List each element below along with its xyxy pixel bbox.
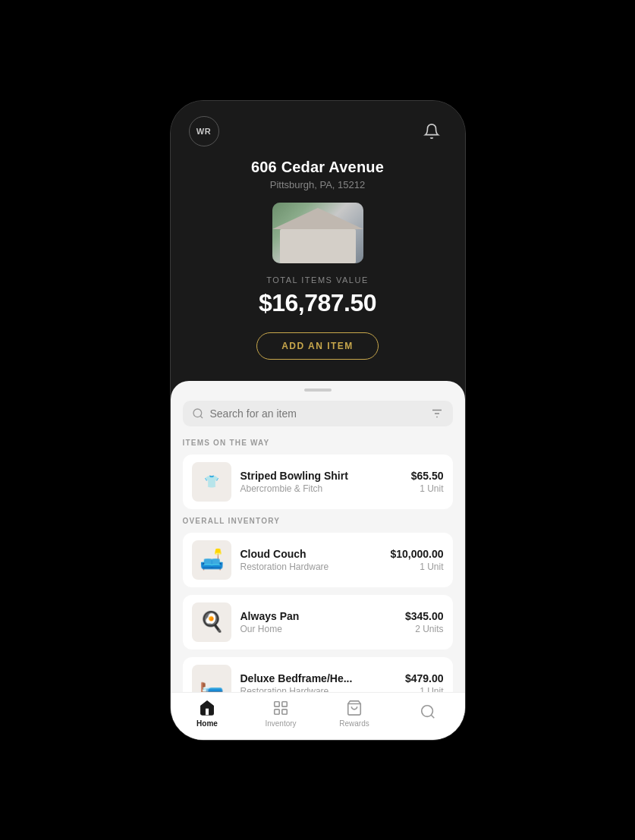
item-units: 1 Unit	[390, 562, 443, 572]
total-value: $16,787.50	[259, 289, 376, 317]
item-name: Always Pan	[240, 610, 396, 622]
item-price-info: $65.50 1 Unit	[411, 470, 444, 494]
address-title: 606 Cedar Avenue	[251, 159, 384, 176]
svg-rect-8	[282, 709, 287, 713]
item-price: $10,000.00	[390, 548, 443, 560]
svg-line-1	[200, 416, 203, 418]
address-subtitle: Pittsburgh, PA, 15212	[270, 179, 366, 190]
item-units: 2 Units	[405, 624, 444, 634]
list-item[interactable]: 🍳 Always Pan Our Home $345.00 2 Units	[183, 595, 453, 650]
search-tab-icon	[419, 703, 437, 721]
svg-rect-7	[275, 709, 279, 713]
add-item-button[interactable]: ADD AN ITEM	[256, 332, 379, 360]
bottom-section: ITEMS ON THE WAY 👕 Striped Bowling Shirt…	[171, 381, 465, 740]
tab-inventory-label: Inventory	[265, 719, 296, 728]
avatar[interactable]: WR	[189, 116, 219, 146]
bed-emoji: 🛏️	[200, 672, 224, 692]
tab-rewards[interactable]: Rewards	[332, 699, 377, 728]
search-input[interactable]	[210, 407, 424, 420]
item-price-info: $479.00 1 Unit	[405, 672, 444, 692]
item-price: $65.50	[411, 470, 444, 482]
tab-rewards-label: Rewards	[339, 719, 369, 728]
item-info: Always Pan Our Home	[240, 610, 396, 634]
item-name: Deluxe Bedframe/He...	[240, 672, 396, 684]
svg-line-11	[431, 715, 434, 718]
pan-emoji: 🍳	[200, 610, 224, 634]
item-units: 1 Unit	[411, 483, 444, 494]
house-image	[272, 203, 363, 263]
item-price-info: $345.00 2 Units	[405, 610, 444, 634]
item-name: Striped Bowling Shirt	[240, 470, 402, 482]
item-price: $345.00	[405, 610, 444, 622]
item-brand: Our Home	[240, 624, 396, 634]
svg-rect-5	[275, 701, 279, 706]
item-name: Cloud Couch	[240, 548, 382, 560]
item-info: Deluxe Bedframe/He... Restoration Hardwa…	[240, 672, 396, 692]
bell-icon	[423, 123, 440, 140]
search-icon	[192, 407, 204, 420]
item-brand: Abercrombie & Fitch	[240, 483, 402, 494]
item-thumbnail: 👕	[192, 462, 231, 502]
tab-search[interactable]	[405, 703, 451, 723]
item-thumbnail: 🛏️	[192, 665, 231, 692]
section-label-on-the-way: ITEMS ON THE WAY	[183, 439, 453, 447]
item-price-info: $10,000.00 1 Unit	[390, 548, 443, 572]
item-thumbnail: 🛋️	[192, 540, 231, 580]
drag-handle	[304, 389, 332, 392]
tab-home[interactable]: Home	[184, 699, 230, 728]
item-brand: Restoration Hardware	[240, 686, 396, 692]
rewards-icon	[345, 699, 363, 717]
inventory-icon	[272, 699, 290, 717]
shirt-emoji: 👕	[204, 474, 219, 489]
svg-point-10	[422, 706, 433, 717]
house-thumbnail	[272, 203, 363, 263]
svg-rect-6	[282, 701, 287, 706]
item-thumbnail: 🍳	[192, 602, 231, 642]
couch-emoji: 🛋️	[200, 548, 224, 571]
home-icon	[198, 699, 216, 717]
tab-home-label: Home	[196, 719, 218, 728]
filter-icon[interactable]	[430, 407, 444, 420]
section-label-overall: OVERALL INVENTORY	[183, 517, 453, 525]
list-item[interactable]: 👕 Striped Bowling Shirt Abercrombie & Fi…	[183, 455, 453, 509]
item-info: Cloud Couch Restoration Hardware	[240, 548, 382, 572]
svg-point-0	[193, 409, 202, 417]
item-units: 1 Unit	[405, 686, 444, 692]
item-brand: Restoration Hardware	[240, 562, 382, 572]
items-list: ITEMS ON THE WAY 👕 Striped Bowling Shirt…	[171, 439, 465, 692]
item-price: $479.00	[405, 672, 444, 684]
tab-bar: Home Inventory	[171, 692, 465, 740]
top-section: WR 606 Cedar Avenue Pittsburgh, PA, 1521…	[171, 101, 465, 381]
total-label: TOTAL ITEMS VALUE	[266, 275, 369, 285]
list-item[interactable]: 🛏️ Deluxe Bedframe/He... Restoration Har…	[183, 657, 453, 692]
tab-inventory[interactable]: Inventory	[258, 699, 303, 728]
header-row: WR	[189, 116, 447, 146]
search-bar	[183, 401, 453, 426]
item-info: Striped Bowling Shirt Abercrombie & Fitc…	[240, 470, 402, 494]
list-item[interactable]: 🛋️ Cloud Couch Restoration Hardware $10,…	[183, 533, 453, 587]
phone-frame: WR 606 Cedar Avenue Pittsburgh, PA, 1521…	[170, 100, 466, 741]
notification-button[interactable]	[417, 116, 447, 146]
